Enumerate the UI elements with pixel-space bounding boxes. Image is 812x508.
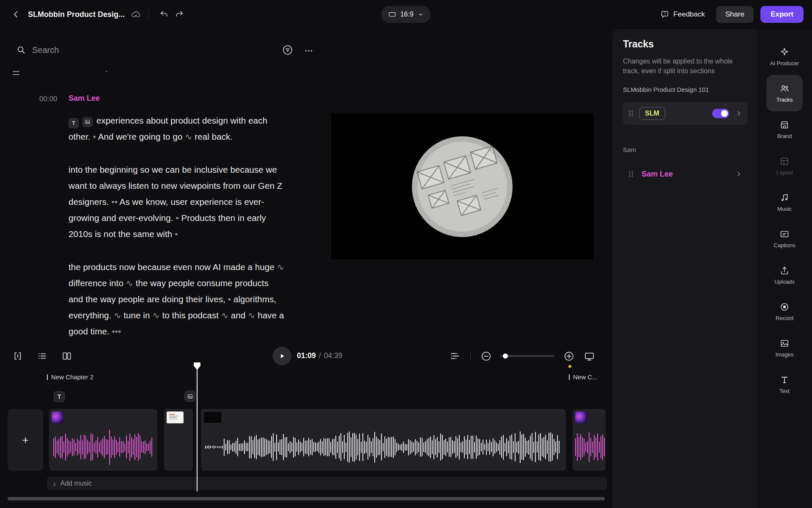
comment-indicator-dot[interactable] — [568, 365, 571, 368]
brackets-icon — [12, 351, 23, 362]
search-input[interactable]: Search — [32, 45, 269, 55]
clip-thumbnail — [203, 411, 222, 423]
timeline-clip-main[interactable] — [201, 409, 566, 471]
music-note-icon: ♪ — [53, 480, 56, 487]
transcript-meta: 00:00 Sam Lee — [69, 94, 285, 105]
text-card-icon[interactable]: T — [69, 118, 79, 128]
drag-handle-icon[interactable] — [628, 110, 634, 117]
back-button[interactable] — [8, 7, 24, 22]
frame-icon — [388, 10, 396, 19]
transcript-editor[interactable]: 00:00 Sam Lee Texperiences about product… — [69, 94, 285, 356]
image-card-icon[interactable] — [82, 117, 93, 127]
share-button[interactable]: Share — [716, 6, 754, 23]
preview-fullscreen-button[interactable] — [583, 350, 595, 362]
sidebar-item-uploads[interactable]: Uploads — [766, 257, 803, 293]
zoom-out-button[interactable] — [480, 350, 492, 362]
feedback-icon: ? — [660, 10, 669, 19]
filter-icon[interactable] — [282, 44, 294, 56]
project-title[interactable]: SLMobbin Product Desig... — [28, 10, 125, 19]
time-separator: / — [319, 351, 321, 360]
text-overlay-chip[interactable]: T — [54, 391, 65, 402]
clip-list-button[interactable] — [36, 350, 48, 362]
zoom-in-button[interactable] — [563, 350, 575, 362]
text-icon — [779, 375, 790, 385]
horizontal-scrollbar[interactable] — [8, 497, 605, 500]
chapter-label: New C... — [573, 373, 598, 381]
playhead[interactable] — [194, 362, 200, 372]
playhead-line — [197, 370, 198, 491]
redo-button[interactable] — [172, 7, 187, 22]
list-icon — [37, 351, 48, 362]
undo-button[interactable] — [156, 7, 172, 22]
transcript-paragraph[interactable]: the products now because even now AI mad… — [69, 259, 285, 340]
trim-selection-button[interactable] — [12, 350, 24, 362]
clip-thumbnail — [52, 411, 63, 423]
more-options-icon[interactable] — [304, 46, 314, 56]
chapter-marker-left[interactable]: New Chapter 2 — [47, 373, 93, 381]
tracks-panel: Tracks Changes will be applied to the wh… — [613, 29, 757, 508]
feedback-button[interactable]: ? Feedback — [656, 6, 709, 23]
chevron-right-icon[interactable] — [735, 170, 743, 178]
play-button[interactable] — [273, 347, 291, 365]
timeline-tools-right — [449, 350, 595, 362]
speaker-name[interactable]: Sam Lee — [69, 94, 100, 102]
record-icon — [779, 302, 790, 312]
transcript-paragraph[interactable]: Texperiences about product design with e… — [69, 113, 285, 145]
image-icon — [187, 393, 193, 400]
sidebar-item-label: Images — [776, 351, 794, 358]
timeline-zoom-slider[interactable] — [500, 355, 554, 357]
speaker-track-name[interactable]: Sam Lee — [642, 170, 673, 179]
sidebar-item-text[interactable]: Text — [766, 366, 803, 403]
image-overlay-chip[interactable] — [184, 391, 195, 402]
upload-icon — [779, 265, 790, 276]
sidebar-item-record[interactable]: Record — [766, 293, 803, 330]
timeline-clip-slide[interactable] — [164, 409, 193, 471]
track-enabled-toggle[interactable] — [712, 109, 729, 118]
aspect-ratio-value: 16:9 — [400, 11, 413, 18]
sidebar-item-brand[interactable]: Brand — [766, 111, 803, 148]
sidebar-item-label: Tracks — [776, 97, 793, 103]
layout-icon — [779, 156, 790, 166]
aspect-ratio-selector[interactable]: 16:9 — [381, 6, 431, 23]
video-editor-app: SLMobbin Product Desig... 16:9 ? Feedbac… — [0, 0, 812, 508]
chapter-tick — [569, 374, 570, 380]
drag-handle-icon[interactable] — [628, 171, 634, 177]
add-clip-button[interactable]: + — [8, 409, 43, 471]
cursor-dot — [106, 71, 107, 72]
timeline-clip-intro[interactable] — [49, 409, 157, 471]
track-layers-button[interactable] — [449, 350, 461, 362]
sidebar-item-label: Brand — [777, 133, 792, 139]
split-clip-button[interactable] — [61, 350, 73, 362]
sidebar-item-music[interactable]: Music — [766, 184, 803, 221]
zoom-slider-knob[interactable] — [503, 353, 508, 359]
search-icon — [16, 45, 26, 55]
top-bar: SLMobbin Product Desig... 16:9 ? Feedbac… — [0, 0, 812, 29]
sidebar-item-label: Uploads — [774, 279, 795, 285]
current-time: 01:09 — [297, 351, 316, 360]
sidebar-item-ai-producer[interactable]: AI Producer — [766, 39, 803, 75]
minus-circle-icon — [480, 351, 492, 362]
sparkle-icon — [779, 47, 790, 57]
sidebar-item-tracks[interactable]: Tracks — [766, 75, 803, 111]
panel-description: Changes will be applied to the whole tra… — [623, 56, 747, 76]
track-row-sam-lee[interactable]: Sam Lee — [623, 165, 748, 183]
timeline-clip-outro[interactable] — [573, 409, 606, 471]
chapter-marker-right[interactable]: New C... — [569, 373, 605, 381]
playback-time: 01:09/04:39 — [297, 351, 342, 360]
transcript-paragraph[interactable]: into the beginning so we can be inclusiv… — [69, 162, 285, 242]
sidebar-item-label: AI Producer — [770, 60, 799, 66]
waveform-light — [205, 429, 562, 465]
track-badge[interactable]: SLM — [639, 107, 665, 120]
add-music-row[interactable]: ♪ Add music — [47, 477, 607, 490]
chevron-right-icon[interactable] — [735, 110, 743, 117]
total-duration: 04:39 — [324, 351, 343, 360]
redo-icon — [175, 10, 184, 19]
sidebar-item-captions[interactable]: Captions — [766, 221, 803, 257]
video-preview[interactable] — [331, 113, 593, 260]
paragraph-handle-icon[interactable] — [13, 71, 19, 77]
chapter-tick — [47, 374, 48, 380]
panel-title: Tracks — [623, 39, 654, 50]
export-button[interactable]: Export — [760, 6, 804, 23]
sidebar-item-images[interactable]: Images — [766, 330, 803, 366]
track-row-slm[interactable]: SLM — [623, 102, 748, 125]
